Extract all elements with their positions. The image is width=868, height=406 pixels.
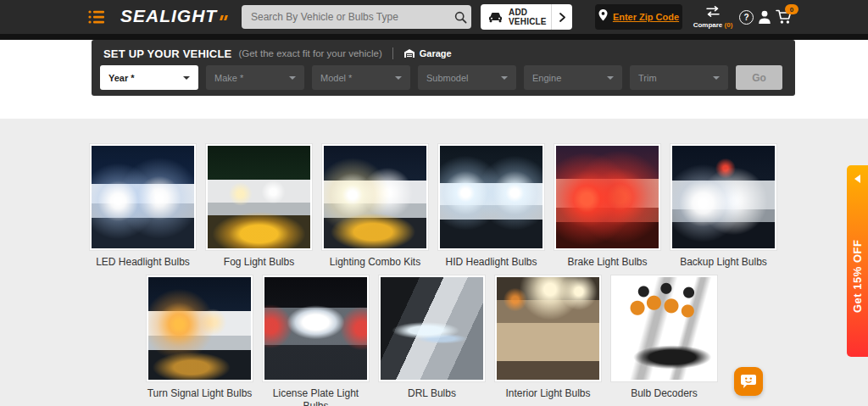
cart-icon[interactable]: 0: [776, 9, 793, 28]
category-label: Interior Light Bulbs: [495, 387, 601, 400]
enter-zip-button[interactable]: Enter Zip Code: [595, 4, 682, 30]
chevron-right-icon: [552, 13, 572, 22]
caret-down-icon: [713, 76, 720, 80]
category-label: LED Headlight Bulbs: [90, 256, 196, 269]
category-label: HID Headlight Bulbs: [438, 256, 544, 269]
compare-count: (0): [725, 21, 733, 29]
category-tile-fog-light[interactable]: Fog Light Bulbs: [206, 144, 312, 269]
category-label: Brake Light Bulbs: [554, 256, 660, 269]
make-select[interactable]: Make *: [206, 65, 304, 90]
account-icon[interactable]: [757, 9, 772, 28]
logo-text: SEALIGHT: [120, 7, 217, 25]
category-image-frame: [670, 144, 776, 250]
caret-down-icon: [501, 76, 508, 80]
caret-down-icon: [395, 76, 402, 80]
category-image-frame: [263, 275, 369, 381]
chat-bubble-icon: [740, 374, 757, 389]
go-button[interactable]: Go: [736, 65, 782, 90]
category-image: [208, 146, 310, 248]
caret-down-icon: [183, 76, 190, 80]
menu-icon[interactable]: [88, 9, 105, 25]
category-image: [556, 146, 659, 248]
garage-label: Garage: [420, 48, 452, 58]
category-image: [672, 146, 775, 248]
discount-label: Get 15% OFF: [851, 183, 864, 357]
category-label: Turn Signal Light Bulbs: [147, 387, 253, 400]
search-bar: [242, 5, 471, 29]
model-select[interactable]: Model *: [312, 65, 410, 90]
garage-button[interactable]: Garage: [403, 48, 452, 58]
category-tile-led-headlight[interactable]: LED Headlight Bulbs: [90, 144, 196, 269]
category-image: [148, 277, 251, 380]
search-icon[interactable]: [449, 5, 471, 29]
discount-ribbon[interactable]: Get 15% OFF: [847, 165, 868, 357]
category-image-frame: [206, 144, 312, 250]
category-tile-combo-kits[interactable]: Lighting Combo Kits: [322, 144, 428, 269]
divider: [392, 47, 393, 59]
enter-zip-label: Enter Zip Code: [613, 12, 679, 22]
submodel-select[interactable]: Submodel: [418, 65, 516, 90]
category-tile-interior-light[interactable]: Interior Light Bulbs: [495, 275, 601, 406]
search-input[interactable]: [242, 11, 449, 23]
category-tile-backup-light[interactable]: Backup Light Bulbs: [670, 144, 776, 269]
compare-label: Compare (0): [689, 21, 737, 29]
year-select[interactable]: Year *: [100, 65, 198, 90]
category-row-2: Turn Signal Light Bulbs License Plate Li…: [147, 275, 717, 406]
location-pin-icon: [598, 9, 608, 25]
setup-subtitle: (Get the exact fit for your vehicle): [238, 48, 381, 58]
category-tile-drl[interactable]: DRL Bulbs: [379, 275, 485, 406]
category-image-frame: [554, 144, 660, 250]
category-tile-bulb-decoders[interactable]: Bulb Decoders: [611, 275, 717, 406]
add-vehicle-label: ADD VEHICLE: [509, 8, 551, 26]
header-bottom-strip: [0, 34, 868, 40]
category-label: Lighting Combo Kits: [322, 256, 428, 269]
cart-count-badge: 0: [785, 4, 798, 14]
category-image-frame: [611, 275, 717, 381]
garage-icon: [403, 48, 415, 58]
sealight-logo[interactable]: SEALIGHT: [120, 7, 227, 25]
logo-accent-marks: [219, 8, 227, 24]
category-image: [264, 277, 367, 380]
category-image-frame: [438, 144, 544, 250]
category-image: [497, 277, 599, 380]
engine-select[interactable]: Engine: [524, 65, 622, 90]
trim-select[interactable]: Trim: [630, 65, 728, 90]
category-tile-turn-signal[interactable]: Turn Signal Light Bulbs: [147, 275, 253, 406]
caret-down-icon: [607, 76, 614, 80]
category-image-frame: [90, 144, 196, 250]
category-tile-brake-light[interactable]: Brake Light Bulbs: [554, 144, 660, 269]
category-row-1: LED Headlight Bulbs Fog Light Bulbs Ligh…: [90, 144, 776, 269]
car-icon: [488, 12, 503, 23]
category-image-frame: [379, 275, 485, 381]
category-tile-hid-headlight[interactable]: HID Headlight Bulbs: [438, 144, 544, 269]
category-image: [381, 277, 483, 380]
category-image-frame: [495, 275, 601, 381]
category-image-frame: [147, 275, 253, 381]
compare-arrows-icon: [704, 5, 721, 19]
category-label: Backup Light Bulbs: [670, 256, 776, 269]
add-vehicle-button[interactable]: ADD VEHICLE: [481, 4, 572, 30]
category-image: [324, 146, 426, 248]
arrow-left-icon: [854, 175, 860, 183]
top-header: SEALIGHT ADD VEHICLE Enter Zip Code Comp…: [0, 0, 868, 34]
help-icon[interactable]: ?: [739, 10, 754, 25]
vehicle-setup-panel: SET UP YOUR VEHICLE (Get the exact fit f…: [92, 40, 795, 96]
caret-down-icon: [289, 76, 296, 80]
category-image: [613, 277, 715, 380]
chat-widget-button[interactable]: [734, 367, 763, 396]
category-tile-license-plate[interactable]: License Plate Light Bulbs: [263, 275, 369, 406]
category-image: [92, 146, 194, 248]
category-image-frame: [322, 144, 428, 250]
setup-title: SET UP YOUR VEHICLE: [103, 47, 231, 60]
category-label: Bulb Decoders: [611, 387, 717, 400]
compare-button[interactable]: Compare (0): [689, 5, 737, 29]
category-image: [440, 146, 542, 248]
category-label: Fog Light Bulbs: [206, 256, 312, 269]
category-label: DRL Bulbs: [379, 387, 485, 400]
category-label: License Plate Light Bulbs: [263, 387, 369, 406]
